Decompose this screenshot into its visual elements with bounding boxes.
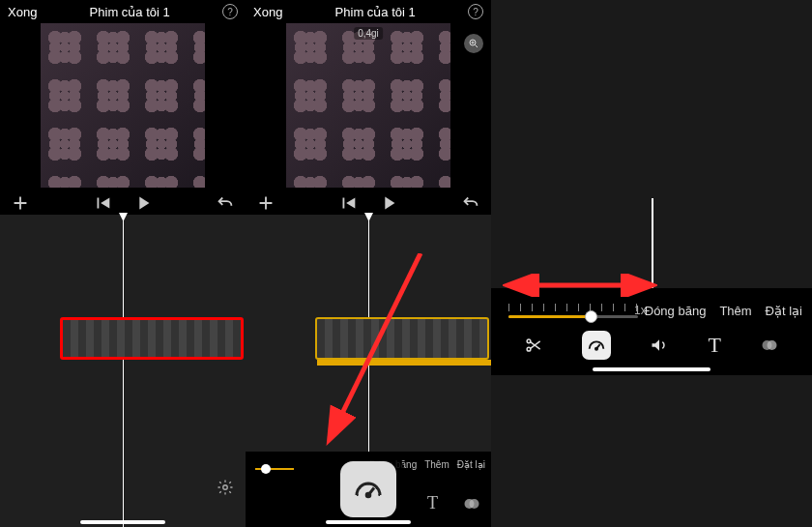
speed-tool-icon[interactable] <box>582 331 611 360</box>
volume-tool-icon[interactable] <box>650 336 669 355</box>
speed-slider[interactable] <box>508 304 638 323</box>
project-title: Phim của tôi 1 <box>90 5 170 19</box>
home-indicator <box>326 520 411 524</box>
play-icon[interactable] <box>132 192 154 214</box>
svg-point-5 <box>527 339 531 343</box>
svg-point-6 <box>527 347 531 351</box>
speed-slider-knob[interactable] <box>585 310 597 323</box>
filter-tool-icon[interactable] <box>760 336 779 355</box>
add-button[interactable]: Thêm <box>719 304 751 318</box>
selected-clip[interactable] <box>60 317 244 360</box>
skip-back-icon[interactable] <box>92 192 113 214</box>
speed-tool-highlight[interactable] <box>340 461 396 517</box>
transport-bar <box>0 191 246 215</box>
add-label[interactable]: Thêm <box>424 459 450 470</box>
done-button[interactable]: Xong <box>253 5 282 19</box>
undo-icon[interactable] <box>215 192 236 214</box>
title-tool-icon[interactable]: T <box>427 493 438 513</box>
svg-point-3 <box>366 493 370 497</box>
timeline[interactable] <box>0 215 246 527</box>
editor-screen-step2: Xong Phim của tôi 1 ? 0,4gi Đ <box>246 0 491 527</box>
reset-button[interactable]: Đặt lại <box>766 304 802 318</box>
svg-point-9 <box>767 340 776 350</box>
svg-point-4 <box>223 485 228 490</box>
done-button[interactable]: Xong <box>8 5 37 19</box>
playhead[interactable] <box>123 215 124 527</box>
selected-clip-speed[interactable] <box>315 317 489 360</box>
add-media-icon[interactable] <box>255 192 276 214</box>
zoom-icon[interactable] <box>464 34 483 53</box>
home-indicator <box>593 367 710 371</box>
title-tool-icon[interactable]: T <box>708 333 720 358</box>
timecode-badge: 0,4gi <box>354 27 383 40</box>
home-indicator <box>80 520 165 524</box>
editor-screen-step1: Xong Phim của tôi 1 ? <box>0 0 246 527</box>
skip-back-icon[interactable] <box>337 192 359 214</box>
filter-tool-icon[interactable] <box>462 494 481 513</box>
help-icon[interactable]: ? <box>468 4 483 19</box>
play-icon[interactable] <box>378 192 399 214</box>
reset-label[interactable]: Đặt lại <box>457 459 485 470</box>
video-preview[interactable] <box>286 23 450 188</box>
split-tool-icon[interactable] <box>524 336 543 355</box>
playhead <box>652 198 653 290</box>
transport-bar <box>246 191 491 215</box>
toolbar-strip: 1x Đóng băng Thêm Đặt lại T <box>491 288 812 375</box>
help-icon[interactable]: ? <box>222 4 238 19</box>
svg-point-7 <box>595 348 597 350</box>
undo-icon[interactable] <box>460 192 481 214</box>
project-title: Phim của tôi 1 <box>335 5 416 19</box>
clip-toolbar: Đóng băng Thêm Đặt lại T <box>246 452 491 527</box>
speed-controls-closeup: 1x Đóng băng Thêm Đặt lại T <box>491 0 812 527</box>
add-media-icon[interactable] <box>10 192 31 214</box>
freeze-button[interactable]: Đóng băng <box>645 304 707 318</box>
svg-point-2 <box>470 499 479 509</box>
video-preview[interactable] <box>41 23 205 188</box>
speed-slider-mini[interactable] <box>255 459 294 473</box>
settings-icon[interactable] <box>215 477 236 498</box>
